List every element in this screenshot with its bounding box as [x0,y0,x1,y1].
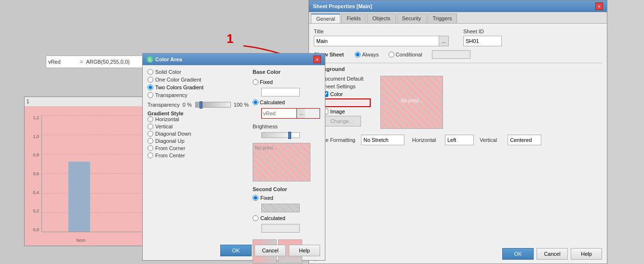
sheet-id-group: Sheet ID [463,28,502,46]
image-format-select[interactable]: No Stretch [361,135,404,145]
second-fixed-radio[interactable] [253,195,258,201]
second-calculated-option[interactable]: Calculated [253,215,320,221]
transparency-label: Transparency [148,102,180,108]
second-fixed-option[interactable]: Fixed [253,195,320,201]
transparency-option[interactable]: Transparency [148,92,249,98]
gradient-from-center-option[interactable]: From Center [148,153,191,158]
color-dialog-right: Base Color Fixed Calculated ... Brightne… [253,69,320,264]
two-gradient-radio[interactable] [148,84,153,90]
conditional-input[interactable] [432,50,470,59]
tab-security[interactable]: Security [397,14,427,23]
no-preview-label: No previ... [255,145,277,151]
tab-objects[interactable]: Objects [367,14,395,23]
gradient-horizontal-option[interactable]: Horizontal [148,116,191,122]
image-checkbox-row[interactable]: Image [322,109,371,114]
y-label-0: 0,0 [27,227,40,232]
doc-default-label: Document Default [321,76,363,82]
second-color-title: Second Color [253,186,320,192]
calc-ellipsis-btn[interactable]: ... [296,109,305,118]
base-calculated-radio[interactable] [253,99,258,105]
base-color-swatch[interactable] [261,88,300,97]
transparency-slider[interactable] [195,102,231,108]
gradient-vertical-option[interactable]: Vertical [148,124,191,129]
color-checkbox-row[interactable]: Color [322,91,371,97]
color-cancel-btn[interactable]: Cancel [255,245,286,256]
tab-triggers[interactable]: Triggers [428,14,457,23]
solid-color-label: Solid Color [155,69,181,75]
base-fixed-radio[interactable] [253,79,258,85]
transparency-thumb[interactable] [200,101,202,109]
base-calculated-option[interactable]: Calculated [253,99,320,105]
gradient-from-corner-radio[interactable] [148,145,153,151]
gradient-diagonal-down-option[interactable]: Diagonal Down [148,131,191,137]
tab-fields[interactable]: Fields [341,14,366,23]
sheet-id-input[interactable] [463,36,502,46]
gradient-diagonal-down-label: Diagonal Down [155,131,191,137]
gradient-style-section: Gradient Style Horizontal Vertical [148,111,249,158]
one-gradient-radio[interactable] [148,77,153,83]
transparency-radio[interactable] [148,92,153,98]
show-always-label: Always [362,52,379,57]
solid-color-radio[interactable] [148,69,153,75]
color-swatch[interactable] [322,98,371,107]
show-always-radio[interactable] [355,52,361,57]
transparency-row: Transparency 0 % 100 % [148,102,249,108]
show-conditional-option[interactable]: Conditional [389,52,422,57]
second-fixed-label: Fixed [260,195,273,201]
vertical-select-wrap[interactable]: Centered [508,135,541,145]
gradient-diagonal-down-radio[interactable] [148,131,153,137]
gradient-diagonal-up-option[interactable]: Diagonal Up [148,138,191,144]
gradient-layout: Horizontal Vertical Diagonal Down [148,116,249,158]
color-dialog-title-left: Q Color Area [147,56,182,63]
calc-input[interactable] [262,109,296,118]
one-gradient-option[interactable]: One Color Gradient [148,77,249,83]
y-label-6: 1,2 [27,115,40,120]
horizontal-select-wrap[interactable]: Left [445,135,474,145]
tab-general[interactable]: General [311,14,340,23]
base-fixed-option[interactable]: Fixed [253,79,320,85]
change-btn[interactable]: Change... [322,116,361,126]
image-format-select-wrap[interactable]: No Stretch [361,135,404,145]
solid-color-option[interactable]: Solid Color [148,69,249,75]
brightness-thumb[interactable] [288,132,291,139]
brightness-slider[interactable] [261,132,300,138]
title-ellipsis-btn[interactable]: ... [439,36,449,46]
color-dialog-body: Solid Color One Color Gradient Two Color… [143,65,325,264]
title-label: Title [314,28,449,34]
color-help-btn[interactable]: Help [289,245,320,256]
color-ok-btn[interactable]: OK [220,245,252,256]
sheet-ok-btn[interactable]: OK [502,248,534,260]
sheet-cancel-btn[interactable]: Cancel [537,248,568,260]
second-calculated-radio[interactable] [253,215,258,221]
show-always-option[interactable]: Always [355,52,379,57]
sheet-props-close-btn[interactable]: × [595,2,603,10]
calc-input-row: ... [261,108,320,119]
gradient-from-center-label: From Center [155,153,185,158]
color-type-section: Solid Color One Color Gradient Two Color… [148,69,249,98]
sheet-settings-label: Sheet Settings [321,83,356,89]
color-dialog-buttons: OK Cancel Help [220,245,320,256]
gradient-diagonal-up-radio[interactable] [148,138,153,144]
gradient-radios: Horizontal Vertical Diagonal Down [148,116,191,158]
background-section-label: Background [314,63,602,72]
color-dialog-titlebar: Q Color Area × [143,54,325,65]
title-field-group: Title ... [314,28,449,46]
second-calc-input[interactable] [261,224,300,233]
color-dialog-main: Solid Color One Color Gradient Two Color… [148,69,320,264]
show-conditional-radio[interactable] [389,52,394,57]
two-gradient-option[interactable]: Two Colors Gradient [148,84,249,90]
gradient-vertical-radio[interactable] [148,124,153,129]
sheet-help-btn[interactable]: Help [571,248,602,260]
gradient-horizontal-radio[interactable] [148,116,153,122]
second-color-swatch[interactable] [261,204,300,212]
bg-preview: No previ... [380,76,443,129]
base-calculated-label: Calculated [260,99,285,105]
horizontal-select[interactable]: Left [445,135,474,145]
color-dialog-close-btn[interactable]: × [313,56,321,63]
title-input[interactable] [314,36,439,46]
sheet-id-label: Sheet ID [463,28,502,34]
bar-group-nom [68,162,90,232]
gradient-from-corner-option[interactable]: From Corner [148,145,191,151]
gradient-from-center-radio[interactable] [148,153,153,158]
vertical-select[interactable]: Centered [508,135,541,145]
